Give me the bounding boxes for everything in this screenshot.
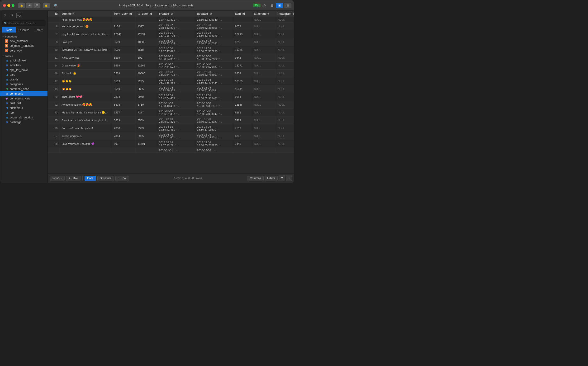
cell-comment[interactable]: Fab shot! Love the jacket!: [60, 124, 112, 132]
sidebar-item-a_lot_of_text[interactable]: ⊞ a_lot_of_text: [0, 58, 47, 63]
cell-id[interactable]: 17: [48, 77, 60, 85]
cell-attachment[interactable]: NULL: [252, 30, 276, 38]
cell-updated_at[interactable]: 15:30:52.326349 ⌃⌄: [195, 17, 233, 23]
cell-from_user_id[interactable]: 12141: [112, 30, 136, 38]
cell-to_user_id[interactable]: 5589: [136, 116, 157, 124]
sidebar-item-goose_db_version[interactable]: ⊞ goose_db_version: [0, 115, 47, 120]
sidebar-item-foo[interactable]: ⊞ foo: [0, 110, 47, 115]
cell-from_user_id[interactable]: 5589: [112, 116, 136, 124]
search-icon[interactable]: 🔍: [53, 3, 59, 8]
cell-comment[interactable]: Me too Fernanda! It's cute isn't it 😊😁 x: [60, 109, 112, 116]
cell-attachment[interactable]: NULL: [252, 23, 276, 30]
cell-item_id[interactable]: 9262: [233, 109, 252, 116]
table-row[interactable]: 14Great video! 🎉5569125662015-10-1716:52…: [48, 62, 294, 69]
close-button[interactable]: [3, 4, 6, 7]
cell-to_user_id[interactable]: 10806: [136, 38, 157, 46]
cell-from_user_id[interactable]: 7178: [112, 23, 136, 30]
sidebar-search-box[interactable]: 🔍 Search for item: ^name$...: [2, 20, 46, 26]
cell-from_user_id[interactable]: 5569: [112, 62, 136, 69]
table-row[interactable]: 7Hey lovely! You should def. enter the C…: [48, 30, 294, 38]
cell-instagram_id[interactable]: NULL: [276, 101, 294, 109]
cell-attachment[interactable]: NULL: [252, 140, 276, 148]
cell-instagram_id[interactable]: NULL: [276, 85, 294, 93]
cell-instagram_id[interactable]: NULL: [276, 69, 294, 77]
cell-from_user_id[interactable]: 5569: [112, 54, 136, 62]
table-row[interactable]: 10$2a$10$HZLN88PNuWWi4ZuS91lb8dR98Ijt0kb…: [48, 46, 294, 54]
cell-created_at[interactable]: 2015-08-0619:27:01.601 ⌃⌄: [157, 132, 195, 140]
cell-item_id[interactable]: 12271: [233, 62, 252, 69]
cell-item_id[interactable]: 13213: [233, 30, 252, 38]
locked-icon-btn[interactable]: 🔒: [18, 3, 25, 8]
cell-item_id[interactable]: 10933: [233, 77, 252, 85]
cell-comment[interactable]: [60, 148, 112, 153]
cell-from_user_id[interactable]: [112, 148, 136, 153]
cell-id[interactable]: 14: [48, 62, 60, 69]
cell-attachment[interactable]: NULL: [252, 62, 276, 69]
table-row[interactable]: 22Awesome jacket 😍😍😍830357302015-11-0311…: [48, 101, 294, 109]
cell-created_at[interactable]: 2015-08-2618:28:47.204 ⌃⌄: [157, 38, 195, 46]
cell-updated_at[interactable]: 2015-12-0815:30:52.404193 ⌃⌄: [195, 30, 233, 38]
sidebar-item-so_much_functions[interactable]: f so_much_functions: [0, 43, 47, 48]
cell-updated_at[interactable]: 2015-12-0815:30:52.447092 ⌃⌄: [195, 38, 233, 46]
cell-updated_at[interactable]: 2015-12-0815:30:52.572182 ⌃⌄: [195, 54, 233, 62]
cell-from_user_id[interactable]: 5569: [112, 85, 136, 93]
cell-id[interactable]: 6: [48, 23, 60, 30]
cell-updated_at[interactable]: 2015-12-0815:30:52.537295 ⌃⌄: [195, 46, 233, 54]
cell-updated_at[interactable]: 2015-12-0815:30:52.90068 ⌃⌄: [195, 85, 233, 93]
cell-id[interactable]: 20: [48, 93, 60, 101]
cell-comment[interactable]: That jacket 💖💖: [60, 93, 112, 101]
cell-comment[interactable]: Aww thanks that's what I thought to lol …: [60, 116, 112, 124]
cell-to_user_id[interactable]: [136, 148, 157, 153]
sidebar-item-customers[interactable]: ⊞ customers: [0, 106, 47, 110]
table-row[interactable]: 16So cool ! 👏5569105682015-08-2813:05:44…: [48, 69, 294, 77]
cell-item_id[interactable]: 7482: [233, 116, 252, 124]
cell-from_user_id[interactable]: 599: [112, 140, 136, 148]
cell-updated_at[interactable]: 2015-12-0815:30:53.122927 ⌃⌄: [195, 116, 233, 124]
add-row-button[interactable]: + Row: [116, 176, 129, 181]
cell-item_id[interactable]: 11345: [233, 46, 252, 54]
layout-split-btn[interactable]: ▣: [276, 3, 283, 8]
cell-id[interactable]: 27: [48, 132, 60, 140]
sidebar-item-app_for_leave[interactable]: ⊞ app_for_leave: [0, 68, 47, 72]
cell-to_user_id[interactable]: 6953: [136, 124, 157, 132]
col-header-item_id[interactable]: item_id: [233, 11, 252, 17]
cell-updated_at[interactable]: 2015-12-0815:30:52.752607 ⌃⌄: [195, 69, 233, 77]
cell-item_id[interactable]: 9071: [233, 23, 252, 30]
table-row[interactable]: 19💥💥💥556956652015-11-2410:12:39.322 ⌃⌄20…: [48, 85, 294, 93]
cell-created_at[interactable]: 2015-08-2813:05:44.793 ⌃⌄: [157, 69, 195, 77]
cell-to_user_id[interactable]: 7225: [136, 77, 157, 85]
cell-item_id[interactable]: 15411: [233, 85, 252, 93]
cell-from_user_id[interactable]: 7237: [112, 109, 136, 116]
cell-id[interactable]: 10: [48, 46, 60, 54]
cell-to_user_id[interactable]: 9940: [136, 93, 157, 101]
cell-from_user_id[interactable]: [112, 17, 136, 23]
sidebar-item-cust_hist[interactable]: ⊞ cust_hist: [0, 101, 47, 106]
functions-header[interactable]: ▼ Functions: [0, 34, 47, 39]
cell-updated_at[interactable]: 2015-12-0815:30:53.16601 ⌃⌄: [195, 124, 233, 132]
cell-item_id[interactable]: 9848: [233, 54, 252, 62]
cell-comment[interactable]: skirt is gorgeous: [60, 132, 112, 140]
cell-updated_at[interactable]: 2015-12-08 ⌃⌄: [195, 148, 233, 153]
cell-comment[interactable]: 💥💥💥: [60, 85, 112, 93]
cell-item_id[interactable]: 8339: [233, 69, 252, 77]
cell-attachment[interactable]: NULL: [252, 46, 276, 54]
table-row[interactable]: 17👏👏👏556972252015-10-0206:23:38.884 ⌃⌄20…: [48, 77, 294, 85]
cell-instagram_id[interactable]: NULL: [276, 62, 294, 69]
lock-icon-btn[interactable]: 🔒: [43, 3, 50, 8]
cell-comment[interactable]: Hey lovely! You should def. enter the Ch…: [60, 30, 112, 38]
sidebar-item-activities[interactable]: ⊞ activities: [0, 63, 47, 68]
col-header-from_user_id[interactable]: from_user_id: [112, 11, 136, 17]
cell-attachment[interactable]: NULL: [252, 54, 276, 62]
cell-from_user_id[interactable]: 7364: [112, 132, 136, 140]
minimize-button[interactable]: [7, 4, 10, 7]
table-row[interactable]: hi gorgeous look 😍😍😍19:47:41.801 ⌃⌄15:30…: [48, 17, 294, 23]
cell-to_user_id[interactable]: 5730: [136, 101, 157, 109]
col-header-instagram_id[interactable]: instagram_id: [276, 11, 294, 17]
cell-item_id[interactable]: 7449: [233, 140, 252, 148]
cell-attachment[interactable]: NULL: [252, 132, 276, 140]
structure-tab-btn[interactable]: Structure: [97, 176, 114, 181]
tables-header[interactable]: ▼ Tables: [0, 54, 47, 58]
cell-updated_at[interactable]: 2015-12-0815:30:53.034047 ⌃⌄: [195, 109, 233, 116]
cell-attachment[interactable]: NULL: [252, 77, 276, 85]
cell-id[interactable]: 26: [48, 124, 60, 132]
